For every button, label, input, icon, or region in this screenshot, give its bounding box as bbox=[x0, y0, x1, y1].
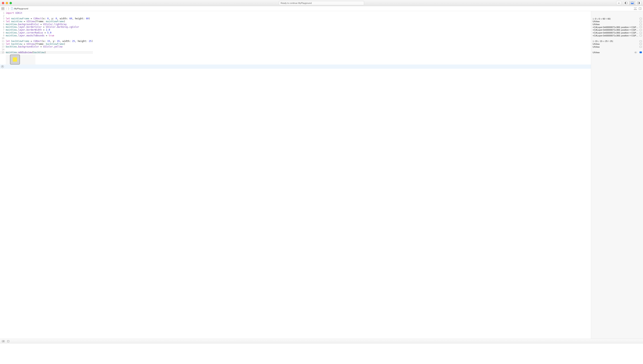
code-line[interactable] bbox=[6, 48, 93, 51]
toggle-inspectors-button[interactable] bbox=[635, 1, 641, 5]
adjust-editor-options-button[interactable] bbox=[634, 8, 637, 10]
code-line[interactable]: import UIKit bbox=[6, 12, 93, 14]
toggle-console-button[interactable] bbox=[2, 340, 5, 342]
result-text: UIView bbox=[593, 23, 599, 26]
add-button[interactable]: + bbox=[616, 1, 621, 5]
result-row[interactable]: {x 15 y 15 w 25 h 25} bbox=[593, 40, 642, 43]
window-controls bbox=[2, 2, 12, 4]
show-result-button[interactable] bbox=[639, 29, 642, 31]
code-line[interactable]: let backViewFrame = CGRect(x: 15, y: 15,… bbox=[6, 40, 93, 43]
zoom-window-button[interactable] bbox=[10, 2, 12, 4]
uiview-sub-preview bbox=[13, 58, 17, 62]
code-line[interactable] bbox=[6, 37, 93, 40]
debug-panel-icon bbox=[631, 2, 633, 4]
show-result-button[interactable] bbox=[639, 18, 642, 20]
result-actions bbox=[638, 21, 642, 22]
navigator-panel-icon bbox=[625, 2, 627, 4]
code-area: 123456789101112131415 import UIKit let m… bbox=[0, 11, 591, 54]
execution-control-row bbox=[0, 64, 591, 69]
result-row[interactable]: UIView bbox=[593, 45, 642, 48]
result-actions bbox=[638, 35, 642, 36]
result-text: UIView bbox=[593, 51, 599, 54]
stop-icon bbox=[7, 340, 9, 342]
result-actions bbox=[638, 32, 642, 34]
code-line[interactable]: mainView.layer.cornerRadius = 5.0 bbox=[6, 32, 93, 34]
result-row[interactable]: <CALayer:0x60000071c300; position = CGPo… bbox=[593, 34, 642, 37]
code-line[interactable] bbox=[6, 14, 93, 18]
show-result-button[interactable] bbox=[639, 35, 642, 36]
close-window-button[interactable] bbox=[2, 2, 4, 4]
result-row[interactable]: <CALayer:0x60000071c300; position = CGPo… bbox=[593, 26, 642, 28]
editor-empty-space bbox=[0, 69, 591, 339]
result-row[interactable]: UIView bbox=[593, 43, 642, 46]
panel-toggle-group bbox=[623, 1, 641, 5]
show-result-button[interactable] bbox=[639, 24, 642, 25]
result-actions bbox=[634, 52, 642, 53]
result-text: <CALayer:0x60000071c300; position = CGPo… bbox=[593, 32, 638, 34]
execute-playground-button[interactable] bbox=[1, 65, 4, 68]
results-sidebar: {x 0 y 0 w 60 h 60}UIViewUIView<CALayer:… bbox=[591, 11, 643, 339]
show-assistant-editor-button[interactable] bbox=[639, 8, 641, 10]
result-row[interactable]: <CALayer:0x60000071c300; position = CGPo… bbox=[593, 28, 642, 32]
result-actions bbox=[638, 46, 642, 48]
code-line[interactable]: mainView.layer.masksToBounds = true bbox=[6, 34, 93, 37]
code-line[interactable]: mainView.layer.borderWidth = 2.0 bbox=[6, 28, 93, 32]
history-back-button[interactable]: 〈 bbox=[6, 7, 7, 10]
result-row[interactable]: UIView bbox=[593, 23, 642, 26]
console-tray-icon bbox=[2, 340, 5, 342]
toggle-debug-area-button[interactable] bbox=[629, 1, 635, 5]
show-result-button[interactable] bbox=[639, 26, 642, 28]
jump-bar: 〈 〉 MyPlayground bbox=[0, 6, 643, 11]
show-result-button[interactable] bbox=[639, 32, 642, 34]
result-text: <CALayer:0x60000071c300; position = CGPo… bbox=[593, 26, 638, 28]
result-text: {x 15 y 15 w 25 h 25} bbox=[593, 40, 613, 42]
stop-execution-button[interactable] bbox=[7, 340, 9, 342]
result-row[interactable]: {x 0 y 0 w 60 h 60} bbox=[593, 17, 642, 20]
result-actions bbox=[638, 40, 642, 42]
toggle-navigator-button[interactable] bbox=[623, 1, 629, 5]
related-items-button[interactable] bbox=[2, 7, 4, 10]
source-editor[interactable]: 123456789101112131415 import UIKit let m… bbox=[0, 11, 591, 339]
show-result-button[interactable] bbox=[639, 46, 642, 48]
result-spacer bbox=[593, 48, 642, 51]
breadcrumb-file: MyPlayground bbox=[14, 8, 28, 10]
result-text: UIView bbox=[593, 46, 599, 48]
breadcrumb[interactable]: MyPlayground bbox=[11, 7, 28, 10]
code-lines[interactable]: import UIKit let mainViewFrame = CGRect(… bbox=[6, 11, 93, 54]
show-result-button[interactable] bbox=[639, 52, 642, 53]
history-forward-button[interactable]: 〉 bbox=[8, 7, 9, 10]
result-text: <CALayer:0x60000071c300; position = CGPo… bbox=[593, 34, 638, 37]
result-row[interactable]: UIView bbox=[593, 51, 642, 54]
code-line[interactable]: mainView.backgroundColor = UIColor.light… bbox=[6, 23, 93, 26]
assistant-editor-icon bbox=[639, 8, 641, 10]
activity-viewer[interactable]: Ready to continue MyPlayground bbox=[279, 1, 364, 5]
uiview-preview[interactable] bbox=[10, 54, 20, 64]
code-line[interactable]: let mainViewFrame = CGRect(x: 0, y: 0, w… bbox=[6, 17, 93, 20]
code-line[interactable]: let backView = UIView(frame: backViewFra… bbox=[6, 43, 93, 46]
show-result-button[interactable] bbox=[639, 21, 642, 22]
result-actions bbox=[638, 43, 642, 45]
result-spacer bbox=[593, 12, 642, 14]
code-line[interactable]: mainView.layer.borderColor = UIColor.dar… bbox=[6, 26, 93, 28]
show-result-button[interactable] bbox=[639, 43, 642, 45]
debug-bar bbox=[0, 339, 643, 343]
result-text: UIView bbox=[593, 43, 599, 45]
result-row[interactable]: <CALayer:0x60000071c300; position = CGPo… bbox=[593, 32, 642, 34]
result-row[interactable]: UIView bbox=[593, 20, 642, 23]
code-line[interactable]: mainView.addSubview(backView) bbox=[6, 51, 93, 54]
result-spacer bbox=[593, 14, 642, 18]
code-line[interactable]: backView.backgroundColor = UIColor.yello… bbox=[6, 45, 93, 48]
minimize-window-button[interactable] bbox=[6, 2, 8, 4]
result-actions bbox=[638, 24, 642, 25]
code-line[interactable]: let mainView = UIView(frame: mainViewFra… bbox=[6, 20, 93, 23]
quicklook-eye-icon[interactable] bbox=[634, 52, 637, 53]
console-output[interactable] bbox=[0, 343, 643, 364]
line-gutter: 123456789101112131415 bbox=[0, 11, 6, 54]
main-content: 123456789101112131415 import UIKit let m… bbox=[0, 11, 643, 339]
result-text: UIView bbox=[593, 20, 599, 22]
show-result-button[interactable] bbox=[639, 40, 642, 42]
result-spacer bbox=[593, 37, 642, 40]
editor-options-icon bbox=[634, 8, 637, 10]
playground-file-icon bbox=[11, 7, 13, 10]
inline-result-preview bbox=[6, 54, 36, 64]
